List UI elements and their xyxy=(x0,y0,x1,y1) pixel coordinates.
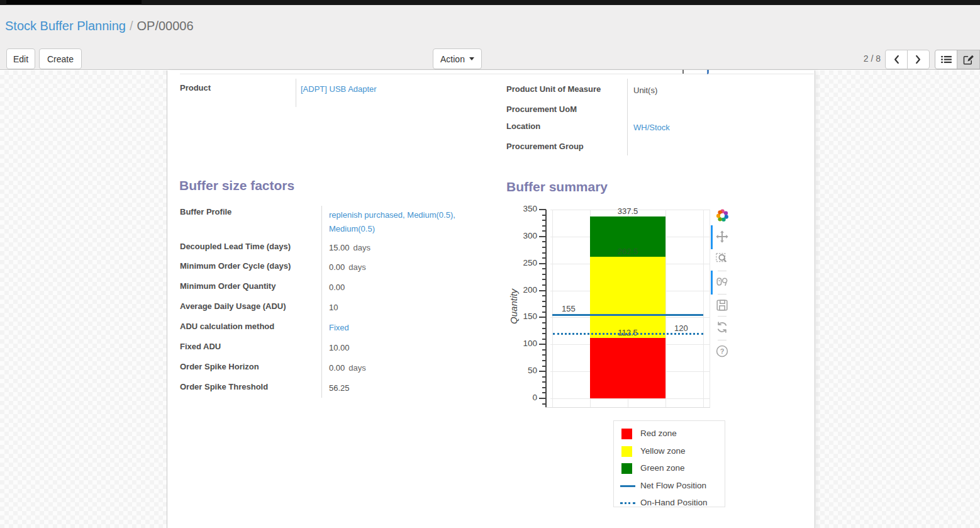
background-right xyxy=(816,70,980,528)
modebar-separator xyxy=(718,271,727,271)
pan-icon[interactable] xyxy=(715,230,730,245)
plotly-logo-icon[interactable] xyxy=(715,208,730,223)
legend-item-label: Net Flow Position xyxy=(640,481,706,490)
stock-buffer-planning-form: Stock Buffer Planning/OP/00006 Edit Crea… xyxy=(0,0,980,528)
edit-button-label: Edit xyxy=(13,54,28,64)
field-label: Order Spike Horizon xyxy=(180,362,259,371)
edit-form-icon xyxy=(963,55,974,65)
field-value-text: Unit(s) xyxy=(633,86,657,95)
action-button-label: Action xyxy=(440,54,465,64)
legend-item-label: On-Hand Position xyxy=(640,498,708,507)
breadcrumb-separator: / xyxy=(126,19,137,33)
field-divider xyxy=(296,79,296,107)
legend-item[interactable]: On-Hand Position xyxy=(614,495,726,512)
legend-item-label: Red zone xyxy=(640,429,677,438)
field-label: Procurement UoM xyxy=(506,104,577,114)
breadcrumb-current: OP/00006 xyxy=(137,19,194,33)
chevron-right-icon xyxy=(915,55,922,64)
field-value: replenish purchased, Medium(0.5), Medium… xyxy=(329,208,486,236)
field-value-link[interactable]: WH/Stock xyxy=(633,123,670,132)
chart-legend: Red zoneYellow zoneGreen zoneNet Flow Po… xyxy=(613,420,725,507)
field-value: 15.00days xyxy=(329,243,370,252)
legend-item-label: Yellow zone xyxy=(640,446,686,456)
field-value: WH/Stock xyxy=(633,123,670,132)
clipped-row-fragment xyxy=(682,70,684,74)
field-value: 0.00days xyxy=(329,262,366,272)
red-zone-swatch xyxy=(621,429,632,439)
gridline-vertical xyxy=(552,210,553,407)
clipped-row-divider xyxy=(180,74,814,74)
legend-item[interactable]: Net Flow Position xyxy=(614,478,726,495)
zoom-box-icon[interactable] xyxy=(715,251,730,266)
save-icon[interactable] xyxy=(715,298,730,313)
field-value: [ADPT] USB Adapter xyxy=(301,84,377,94)
red-zone-bar[interactable] xyxy=(590,338,665,398)
field-label: Fixed ADU xyxy=(180,342,221,351)
field-label: Minimum Order Cycle (days) xyxy=(180,261,291,271)
field-value-link[interactable]: replenish purchased, Medium(0.5), Medium… xyxy=(329,210,455,233)
legend-item[interactable]: Red zone xyxy=(614,426,726,443)
field-value-text: 10 xyxy=(329,303,338,312)
control-panel: Stock Buffer Planning/OP/00006 Edit Crea… xyxy=(0,5,980,70)
breadcrumb: Stock Buffer Planning/OP/00006 xyxy=(5,18,194,34)
top-system-bar xyxy=(0,0,980,5)
modebar-active-indicator xyxy=(711,225,713,249)
green-zone-swatch xyxy=(621,463,632,474)
modebar-separator xyxy=(718,316,727,317)
legend-item[interactable]: Green zone xyxy=(614,461,726,478)
field-label: ADU calculation method xyxy=(180,322,274,331)
field-value-link[interactable]: Fixed xyxy=(329,323,349,332)
gridline-horizontal xyxy=(550,398,710,399)
create-button[interactable]: Create xyxy=(39,48,82,69)
zone-top-label: 337.5 xyxy=(590,206,665,216)
field-label: Order Spike Threshold xyxy=(180,382,268,391)
y-axis-tick-label: 150 xyxy=(507,312,537,321)
field-value: 0.00days xyxy=(329,363,366,373)
view-switcher-list-button[interactable] xyxy=(935,50,957,69)
background-left xyxy=(0,70,167,528)
field-value-suffix: days xyxy=(348,363,365,373)
y-axis-tick-label: 350 xyxy=(507,204,537,213)
net-flow-line-swatch xyxy=(620,485,635,487)
field-label: Average Daily Usage (ADU) xyxy=(180,301,286,311)
on-hand-position-label: 120 xyxy=(674,323,688,333)
field-label: Product Unit of Measure xyxy=(506,84,601,94)
field-value: Fixed xyxy=(329,323,349,332)
edit-button[interactable]: Edit xyxy=(6,48,35,69)
y-axis-title: Quantity xyxy=(508,262,521,351)
action-dropdown-button[interactable]: Action xyxy=(433,48,482,69)
net-flow-position-line[interactable] xyxy=(552,314,703,316)
field-value-text: 0.00 xyxy=(329,363,345,373)
breadcrumb-parent-link[interactable]: Stock Buffer Planning xyxy=(5,19,126,33)
field-value: Unit(s) xyxy=(633,86,657,95)
field-label: Minimum Order Quantity xyxy=(180,281,276,291)
field-value-text: 56.25 xyxy=(329,383,350,393)
zone-top-label: 262.5 xyxy=(590,247,665,256)
pager-previous-button[interactable] xyxy=(885,50,908,69)
y-axis-tick-label: 0 xyxy=(507,393,537,402)
compare-hover-icon[interactable] xyxy=(715,275,730,290)
field-value-text: 10.00 xyxy=(329,343,350,352)
yellow-zone-bar[interactable] xyxy=(590,257,665,338)
svg-text:?: ? xyxy=(720,347,725,355)
pager-next-button[interactable] xyxy=(907,50,930,69)
modebar-separator xyxy=(718,340,727,340)
help-icon[interactable]: ? xyxy=(715,344,730,359)
pager-counter: 2 / 8 xyxy=(850,53,881,64)
yellow-zone-swatch xyxy=(621,446,632,457)
field-value-link[interactable]: [ADPT] USB Adapter xyxy=(301,84,377,94)
gridline-vertical xyxy=(703,210,704,407)
field-divider xyxy=(321,206,322,398)
legend-item[interactable]: Yellow zone xyxy=(614,444,726,461)
y-axis-tick-label: 200 xyxy=(507,285,537,295)
top-system-bar-segment xyxy=(6,0,142,5)
x-axis-line xyxy=(545,407,710,408)
view-switcher-form-button[interactable] xyxy=(957,50,980,69)
field-value-suffix: days xyxy=(348,262,365,272)
field-value-text: 0.00 xyxy=(329,283,345,292)
field-value-suffix: days xyxy=(354,243,370,252)
chevron-left-icon xyxy=(893,55,899,64)
y-axis-tick-label: 300 xyxy=(507,231,537,240)
field-value: 10 xyxy=(329,303,338,312)
refresh-icon[interactable] xyxy=(715,320,730,335)
